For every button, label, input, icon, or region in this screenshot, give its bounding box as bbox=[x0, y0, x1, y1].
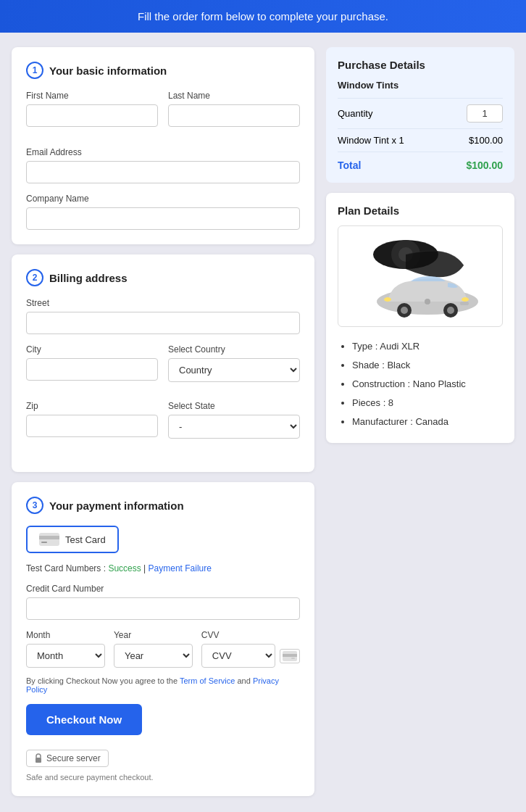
state-group: Select State - Alabama California Texas bbox=[168, 401, 300, 447]
svg-point-14 bbox=[447, 307, 454, 314]
cc-number-group: Credit Card Number bbox=[26, 584, 300, 620]
zip-label: Zip bbox=[26, 401, 158, 411]
city-label: City bbox=[26, 344, 158, 355]
street-label: Street bbox=[26, 298, 300, 308]
svg-rect-17 bbox=[460, 302, 469, 305]
failure-link[interactable]: Payment Failure bbox=[149, 563, 212, 573]
last-name-input[interactable] bbox=[168, 104, 300, 127]
svg-point-12 bbox=[401, 307, 408, 314]
list-item: Pieces : 8 bbox=[352, 394, 503, 413]
plan-details-title: Plan Details bbox=[338, 204, 503, 217]
card-btn-label: Test Card bbox=[65, 534, 106, 545]
year-group: Year Year 202420252026 202720282029 bbox=[114, 630, 193, 668]
billing-section: 2 Billing address Street City Select Cou… bbox=[12, 254, 314, 472]
right-column: Purchase Details Window Tints Quantity W… bbox=[326, 47, 514, 796]
basic-info-header: 1 Your basic information bbox=[26, 62, 300, 79]
first-name-group: First Name bbox=[26, 91, 158, 127]
cvv-wrap: CVV bbox=[201, 644, 300, 668]
svg-point-18 bbox=[425, 299, 430, 304]
street-input[interactable] bbox=[26, 312, 300, 334]
lock-icon bbox=[34, 753, 43, 763]
credit-card-icon bbox=[39, 533, 59, 546]
payment-section: 3 Your payment information Test Card Tes… bbox=[12, 482, 314, 796]
cvv-group: CVV CVV bbox=[201, 630, 300, 668]
product-line: Window Tint x 1 bbox=[338, 135, 404, 146]
month-select[interactable]: Month 010203 040506 070809 101112 bbox=[26, 644, 105, 668]
svg-point-16 bbox=[384, 297, 391, 302]
svg-rect-4 bbox=[283, 654, 297, 657]
step-2-circle: 2 bbox=[26, 269, 43, 286]
plan-details-card: Plan Details bbox=[326, 193, 514, 443]
cvv-card-icon bbox=[280, 649, 300, 663]
quantity-label: Quantity bbox=[338, 108, 372, 119]
tos-link[interactable]: Term of Service bbox=[180, 676, 235, 685]
quantity-input[interactable] bbox=[467, 104, 503, 123]
secure-badge: Secure server bbox=[26, 750, 109, 767]
country-select[interactable]: Country United States Canada United King… bbox=[168, 358, 300, 382]
payment-header: 3 Your payment information bbox=[26, 497, 300, 514]
product-price-row: Window Tint x 1 $100.00 bbox=[338, 128, 503, 152]
city-group: City bbox=[26, 344, 158, 381]
card-method-button[interactable]: Test Card bbox=[26, 526, 119, 553]
cvv-input[interactable]: CVV bbox=[201, 644, 275, 668]
plan-details-list: Type : Audi XLRShade : BlackConstruction… bbox=[338, 337, 503, 431]
payment-title: Your payment information bbox=[49, 500, 184, 512]
product-illustration bbox=[348, 229, 493, 323]
total-value: $100.00 bbox=[466, 160, 503, 171]
state-select[interactable]: - Alabama California Texas bbox=[168, 415, 300, 439]
purchase-details-card: Purchase Details Window Tints Quantity W… bbox=[326, 47, 514, 183]
banner-text: Fill the order form below to complete yo… bbox=[138, 10, 388, 22]
list-item: Type : Audi XLR bbox=[352, 337, 503, 356]
last-name-label: Last Name bbox=[168, 91, 300, 101]
top-banner: Fill the order form below to complete yo… bbox=[0, 0, 526, 33]
purchase-details-title: Purchase Details bbox=[338, 59, 503, 71]
last-name-group: Last Name bbox=[168, 91, 300, 137]
zip-state-row: Zip Select State - Alabama California Te… bbox=[26, 401, 300, 447]
street-group: Street bbox=[26, 298, 300, 334]
card-icon bbox=[39, 533, 59, 546]
step-3-circle: 3 bbox=[26, 497, 43, 514]
cc-number-label: Credit Card Number bbox=[26, 584, 300, 594]
company-group: Company Name bbox=[26, 194, 300, 230]
svg-point-15 bbox=[462, 297, 469, 302]
billing-header: 2 Billing address bbox=[26, 269, 300, 286]
zip-input[interactable] bbox=[26, 415, 158, 437]
city-input[interactable] bbox=[26, 358, 158, 381]
billing-title: Billing address bbox=[49, 272, 128, 284]
basic-info-title: Your basic information bbox=[49, 65, 167, 77]
total-label: Total bbox=[338, 160, 361, 171]
cc-number-input[interactable] bbox=[26, 597, 300, 620]
svg-rect-2 bbox=[41, 542, 47, 543]
quantity-row: Quantity bbox=[338, 98, 503, 128]
step-1-circle: 1 bbox=[26, 62, 43, 79]
first-name-input[interactable] bbox=[26, 104, 158, 127]
company-label: Company Name bbox=[26, 194, 300, 204]
city-country-row: City Select Country Country United State… bbox=[26, 344, 300, 391]
svg-rect-5 bbox=[291, 658, 295, 659]
company-input[interactable] bbox=[26, 207, 300, 230]
svg-rect-1 bbox=[39, 536, 59, 539]
email-group: Email Address bbox=[26, 147, 300, 183]
name-row: First Name Last Name bbox=[26, 91, 300, 137]
success-link[interactable]: Success bbox=[108, 563, 141, 573]
basic-info-section: 1 Your basic information First Name Last… bbox=[12, 47, 314, 244]
left-column: 1 Your basic information First Name Last… bbox=[12, 47, 314, 796]
first-name-label: First Name bbox=[26, 91, 158, 101]
country-label: Select Country bbox=[168, 344, 300, 355]
state-label: Select State bbox=[168, 401, 300, 411]
total-row: Total $100.00 bbox=[338, 152, 503, 171]
month-year-cvv-row: Month Month 010203 040506 070809 101112 … bbox=[26, 630, 300, 668]
month-label: Month bbox=[26, 630, 105, 640]
list-item: Shade : Black bbox=[352, 356, 503, 375]
year-select[interactable]: Year 202420252026 202720282029 bbox=[114, 644, 193, 668]
zip-group: Zip bbox=[26, 401, 158, 437]
list-item: Manufacturer : Canada bbox=[352, 413, 503, 431]
checkout-button[interactable]: Checkout Now bbox=[26, 704, 142, 735]
plan-image bbox=[338, 225, 503, 327]
email-input[interactable] bbox=[26, 161, 300, 183]
product-name: Window Tints bbox=[338, 80, 503, 91]
month-group: Month Month 010203 040506 070809 101112 bbox=[26, 630, 105, 668]
cvv-label: CVV bbox=[201, 630, 300, 640]
country-group: Select Country Country United States Can… bbox=[168, 344, 300, 391]
test-card-numbers: Test Card Numbers : Success | Payment Fa… bbox=[26, 563, 300, 573]
